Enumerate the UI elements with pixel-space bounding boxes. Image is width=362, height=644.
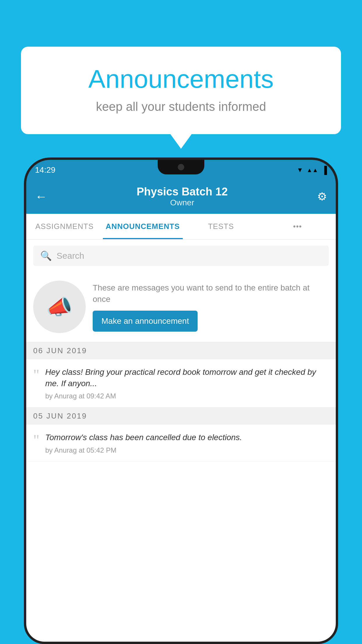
date-divider-2: 05 JUN 2019 [26,407,336,425]
volume-up-button[interactable] [24,218,26,236]
notch [158,160,204,174]
power-button[interactable] [336,233,338,256]
status-time: 14:29 [35,165,55,175]
volume-down-button[interactable] [24,242,26,259]
quote-icon-2: " [33,433,39,448]
bubble-title: Announcements [38,64,324,94]
announcement-text-2: Tomorrow's class has been cancelled due … [45,432,329,443]
announcement-meta-1: by Anurag at 09:42 AM [45,392,329,400]
settings-icon[interactable]: ⚙ [317,190,327,203]
bubble-subtitle: keep all your students informed [38,100,324,114]
announcement-text-1: Hey class! Bring your practical record b… [45,366,329,389]
make-announcement-button[interactable]: Make an announcement [93,311,198,332]
promo-text-area: These are messages you want to send to t… [93,282,329,332]
quote-icon-1: " [33,368,39,383]
search-icon: 🔍 [40,250,52,261]
speech-bubble-section: Announcements keep all your students inf… [21,47,341,134]
phone-frame: 14:29 ← Physics Batch 12 Owner ⚙ ASSIGNM… [24,158,338,644]
megaphone-icon: 📣 [46,295,73,319]
announcement-meta-2: by Anurag at 05:42 PM [45,446,329,454]
announcement-text-area-2: Tomorrow's class has been cancelled due … [45,432,329,454]
wifi-icon [297,166,303,174]
search-input[interactable]: Search [57,251,84,261]
search-bar: 🔍 Search [26,240,336,272]
app-header: ← Physics Batch 12 Owner ⚙ [26,180,336,214]
search-input-wrapper[interactable]: 🔍 Search [33,246,329,266]
announcement-item-2: " Tomorrow's class has been cancelled du… [26,425,336,461]
back-button[interactable]: ← [35,190,47,204]
batch-title: Physics Batch 12 [137,186,228,198]
tab-assignments[interactable]: ASSIGNMENTS [26,214,103,239]
signal-icon [307,167,318,174]
tabs-container: ASSIGNMENTS ANNOUNCEMENTS TESTS ••• [26,214,336,240]
tab-tests[interactable]: TESTS [183,214,259,239]
speech-bubble-card: Announcements keep all your students inf… [21,47,341,134]
battery-icon [322,166,327,175]
tab-announcements[interactable]: ANNOUNCEMENTS [103,214,183,239]
header-center: Physics Batch 12 Owner [137,186,228,207]
phone-content: 🔍 Search 📣 These are messages you want t… [26,240,336,644]
date-divider-1: 06 JUN 2019 [26,342,336,359]
promo-icon-circle: 📣 [33,281,86,333]
status-icons [297,166,327,175]
status-bar: 14:29 [26,160,336,180]
announcement-text-area-1: Hey class! Bring your practical record b… [45,366,329,400]
tab-more[interactable]: ••• [259,214,336,239]
user-role: Owner [137,198,228,207]
announcement-item-1: " Hey class! Bring your practical record… [26,359,336,407]
promo-description: These are messages you want to send to t… [93,282,329,305]
front-camera [178,164,184,170]
promo-section: 📣 These are messages you want to send to… [26,272,336,342]
